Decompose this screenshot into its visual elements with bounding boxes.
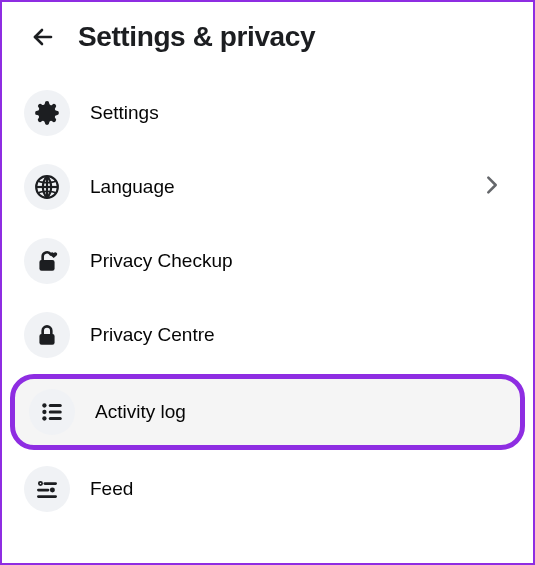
settings-list: SettingsLanguagePrivacy CheckupPrivacy C… — [2, 64, 533, 524]
arrow-left-icon — [31, 25, 55, 49]
lock-icon — [24, 312, 70, 358]
sliders-icon — [24, 466, 70, 512]
menu-item-label: Privacy Centre — [90, 324, 215, 346]
menu-item-activity-log[interactable]: Activity log — [10, 374, 525, 450]
menu-item-privacy-checkup[interactable]: Privacy Checkup — [10, 226, 525, 296]
gear-icon — [24, 90, 70, 136]
menu-item-language[interactable]: Language — [10, 152, 525, 222]
menu-item-label: Privacy Checkup — [90, 250, 233, 272]
back-button[interactable] — [26, 20, 60, 54]
menu-item-label: Activity log — [95, 401, 186, 423]
menu-item-label: Settings — [90, 102, 159, 124]
menu-item-label: Language — [90, 176, 175, 198]
globe-icon — [24, 164, 70, 210]
menu-item-label: Feed — [90, 478, 133, 500]
page-header: Settings & privacy — [2, 2, 533, 64]
menu-item-privacy-centre[interactable]: Privacy Centre — [10, 300, 525, 370]
list-icon — [29, 389, 75, 435]
lock-open-heart-icon — [24, 238, 70, 284]
menu-item-feed[interactable]: Feed — [10, 454, 525, 524]
chevron-right-icon — [481, 174, 503, 200]
menu-item-settings[interactable]: Settings — [10, 78, 525, 148]
page-title: Settings & privacy — [78, 21, 315, 53]
